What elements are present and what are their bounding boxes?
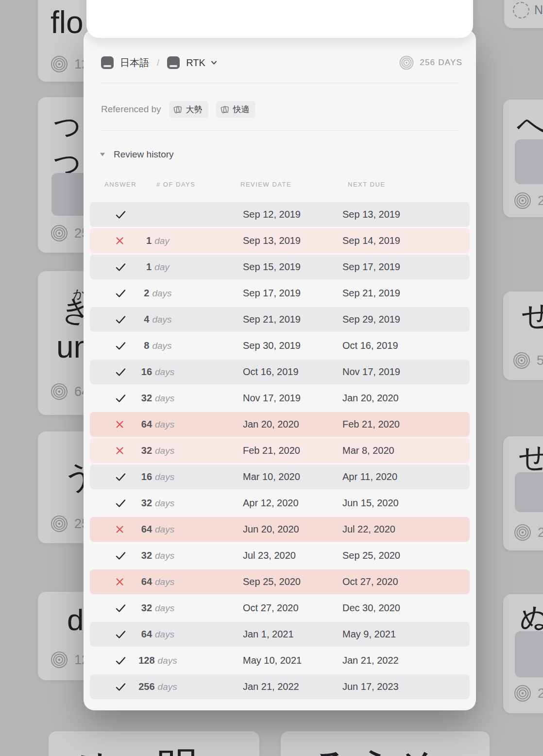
answer-cell xyxy=(90,656,134,666)
days-cell: 16days xyxy=(134,366,182,378)
days-cell: 1day xyxy=(134,261,182,273)
review-history-row: 2days Sep 17, 2019 Sep 21, 2019 xyxy=(90,281,470,306)
answer-cell xyxy=(90,341,134,351)
days-cell: 2days xyxy=(134,288,182,299)
review-history-toggle[interactable]: Review history xyxy=(100,148,174,161)
review-date-cell: Jun 20, 2020 xyxy=(243,524,342,535)
days-cell: 32days xyxy=(134,445,182,456)
answer-cell xyxy=(90,577,134,586)
pass-check-icon xyxy=(115,367,126,377)
breadcrumb: 日本語 / RTK 256 DAYS xyxy=(101,53,462,72)
card-details-modal: 日本語 / RTK 256 DAYS Referenced by 大勢 快適 R… xyxy=(84,29,476,710)
next-due-cell: Sep 14, 2019 xyxy=(342,235,470,246)
column-header-days: # OF DAYS xyxy=(156,181,195,188)
srs-stage-value: 256 DAYS xyxy=(420,58,462,68)
answer-cell xyxy=(90,367,134,377)
next-due-cell: Jun 17, 2023 xyxy=(342,681,470,692)
review-history-row: 16days Mar 10, 2020 Apr 11, 2020 xyxy=(90,464,470,489)
next-due-cell: Sep 13, 2019 xyxy=(342,209,470,220)
answer-cell xyxy=(90,315,134,325)
answer-cell xyxy=(90,630,134,639)
review-history-row: 16days Oct 16, 2019 Nov 17, 2019 xyxy=(90,360,470,384)
next-due-cell: Jul 22, 2020 xyxy=(342,524,470,535)
card-stack-icon xyxy=(173,105,182,114)
days-cell: 16days xyxy=(134,471,182,482)
days-cell: 32days xyxy=(134,393,182,404)
answer-cell xyxy=(90,394,134,403)
pass-check-icon xyxy=(115,472,126,482)
column-header-review-date: REVIEW DATE xyxy=(240,181,291,188)
days-cell: 64days xyxy=(134,524,182,535)
pass-check-icon xyxy=(115,341,126,351)
answer-cell xyxy=(90,498,134,508)
review-date-cell: Jul 23, 2020 xyxy=(243,550,342,561)
srs-stage-badge: 256 DAYS xyxy=(399,55,462,70)
deck-icon xyxy=(167,56,180,69)
review-history-row: 1day Sep 13, 2019 Sep 14, 2019 xyxy=(90,228,470,253)
pass-check-icon xyxy=(115,682,126,692)
review-history-row: 128days May 10, 2021 Jan 21, 2022 xyxy=(90,648,470,673)
referenced-card-chip[interactable]: 大勢 xyxy=(169,101,208,118)
review-date-cell: Sep 15, 2019 xyxy=(243,261,342,273)
referenced-card-label: 快適 xyxy=(233,104,250,115)
pass-check-icon xyxy=(115,394,126,403)
pass-check-icon xyxy=(115,315,126,325)
chevron-down-icon[interactable] xyxy=(210,60,218,66)
next-due-cell: Dec 30, 2020 xyxy=(342,602,470,614)
card-stack-icon xyxy=(221,105,229,114)
answer-cell xyxy=(90,236,134,245)
fail-x-icon xyxy=(115,236,124,245)
review-date-cell: Apr 12, 2020 xyxy=(243,498,342,509)
deck-icon xyxy=(101,56,114,69)
review-history-row: 32days Oct 27, 2020 Dec 30, 2020 xyxy=(90,596,470,620)
review-history-header: ANSWER # OF DAYS REVIEW DATE NEXT DUE xyxy=(90,181,470,190)
next-due-cell: May 9, 2021 xyxy=(342,629,470,640)
column-header-next-due: NEXT DUE xyxy=(348,181,386,188)
fail-x-icon xyxy=(115,577,124,586)
days-cell: 32days xyxy=(134,602,182,614)
days-cell: 32days xyxy=(134,498,182,509)
referenced-card-chip[interactable]: 快適 xyxy=(216,101,255,118)
answer-cell xyxy=(90,289,134,298)
fail-x-icon xyxy=(115,420,124,429)
next-due-cell: Sep 29, 2019 xyxy=(342,314,470,325)
review-history-row: 64days Jan 20, 2020 Feb 21, 2020 xyxy=(90,412,470,437)
review-date-cell: Nov 17, 2019 xyxy=(243,393,342,404)
days-cell: 64days xyxy=(134,629,182,640)
next-due-cell: Jan 20, 2020 xyxy=(342,393,470,404)
review-date-cell: May 10, 2021 xyxy=(243,655,342,666)
answer-cell xyxy=(90,525,134,534)
next-due-cell: Mar 8, 2020 xyxy=(342,445,470,456)
next-due-cell: Sep 25, 2020 xyxy=(342,550,470,561)
answer-cell xyxy=(90,603,134,613)
review-date-cell: Sep 30, 2019 xyxy=(243,340,342,351)
breadcrumb-subdeck[interactable]: RTK xyxy=(186,57,205,69)
pass-check-icon xyxy=(115,603,126,613)
review-date-cell: Sep 17, 2019 xyxy=(243,288,342,299)
answer-cell xyxy=(90,551,134,561)
days-cell: 4days xyxy=(134,314,182,325)
card-preview-sheet xyxy=(86,0,473,38)
review-history-row: 8days Sep 30, 2019 Oct 16, 2019 xyxy=(90,333,470,358)
answer-cell xyxy=(90,472,134,482)
days-cell xyxy=(134,209,182,220)
next-due-cell: Oct 16, 2019 xyxy=(342,340,470,351)
pass-check-icon xyxy=(115,262,126,272)
review-history-row: 32days Apr 12, 2020 Jun 15, 2020 xyxy=(90,491,470,515)
review-history-row: 32days Feb 21, 2020 Mar 8, 2020 xyxy=(90,438,470,463)
answer-cell xyxy=(90,682,134,692)
review-date-cell: Jan 20, 2020 xyxy=(243,419,342,430)
review-history-row: 256days Jan 21, 2022 Jun 17, 2023 xyxy=(90,674,470,699)
review-history-row: 1day Sep 15, 2019 Sep 17, 2019 xyxy=(90,255,470,279)
next-due-cell: Sep 17, 2019 xyxy=(342,261,470,273)
answer-cell xyxy=(90,210,134,220)
next-due-cell: Sep 21, 2019 xyxy=(342,288,470,299)
pass-check-icon xyxy=(115,656,126,666)
review-date-cell: Oct 27, 2020 xyxy=(243,602,342,614)
next-due-cell: Nov 17, 2019 xyxy=(342,366,470,378)
pass-check-icon xyxy=(115,289,126,298)
days-cell: 8days xyxy=(134,340,182,351)
breadcrumb-deck[interactable]: 日本語 xyxy=(120,56,149,69)
review-history-row: 64days Sep 25, 2020 Oct 27, 2020 xyxy=(90,569,470,594)
review-date-cell: Jan 21, 2022 xyxy=(243,681,342,692)
